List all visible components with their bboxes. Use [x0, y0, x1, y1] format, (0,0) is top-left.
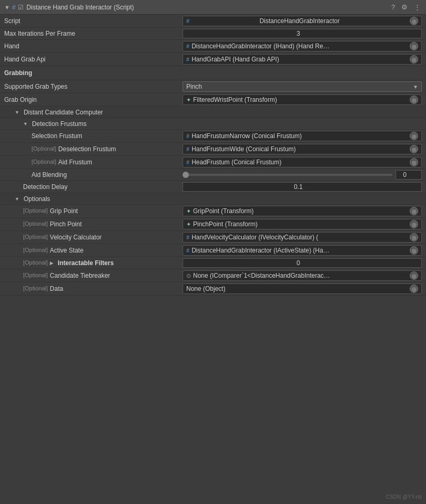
- pinch-point-value-col: ✦ PinchPoint (Transform) ◎: [183, 219, 422, 229]
- candidate-tiebreaker-circle-btn[interactable]: ◎: [410, 271, 418, 280]
- selection-frustum-ref-icon: #: [186, 133, 189, 139]
- supported-grab-types-row: Supported Grab Types Pinch ▼: [0, 80, 426, 93]
- candidate-tiebreaker-value-box[interactable]: ⊙ None (IComparer`1<DistanceHandGrabInte…: [183, 270, 422, 281]
- aid-frustum-circle-btn[interactable]: ◎: [410, 158, 418, 166]
- pinch-point-circle-btn[interactable]: ◎: [410, 220, 418, 228]
- candidate-tiebreaker-label: [Optional] Candidate Tiebreaker: [4, 272, 183, 279]
- deselection-frustum-label: [Optional] Deselection Frustum: [4, 145, 183, 153]
- aid-blending-label: Aid Blending: [4, 171, 183, 178]
- hand-grab-api-label: Hand Grab Api: [4, 56, 183, 63]
- deselection-frustum-value-col: # HandFrustumWide (Conical Frustum) ◎: [183, 144, 422, 154]
- aid-blending-slider[interactable]: [183, 174, 392, 176]
- active-state-row: [Optional] Active State # DistanceHandGr…: [0, 244, 426, 257]
- detection-frustums-triangle[interactable]: ▼: [23, 121, 28, 127]
- optionals-section-row: ▼ Optionals: [0, 193, 426, 205]
- hand-row: Hand # DistanceHandGrabInteractor (IHand…: [0, 40, 426, 53]
- supported-grab-types-label: Supported Grab Types: [4, 83, 183, 90]
- aid-blending-slider-container: [183, 170, 422, 180]
- optional-data-text: [Optional]: [23, 285, 48, 292]
- hand-grab-api-value-col: # HandGrabAPI (Hand Grab API) ◎: [183, 54, 422, 65]
- grab-origin-value-col: ✦ FilteredWristPoint (Transform) ◎: [183, 94, 422, 105]
- interactable-filters-input[interactable]: [183, 258, 422, 268]
- detection-delay-row: Detection Delay: [0, 181, 426, 193]
- hand-value-box[interactable]: # DistanceHandGrabInteractor (IHand) (Ha…: [183, 41, 422, 51]
- data-label: [Optional] Data: [4, 285, 183, 292]
- deselection-frustum-row: [Optional] Deselection Frustum # HandFru…: [0, 143, 426, 156]
- selection-frustum-value-box[interactable]: # HandFrustumNarrow (Conical Frustum) ◎: [183, 131, 422, 141]
- active-state-label: [Optional] Active State: [4, 247, 183, 254]
- hand-circle-btn[interactable]: ◎: [410, 42, 418, 50]
- hash-icon: #: [12, 4, 16, 11]
- velocity-calculator-label: [Optional] Velocity Calculator: [4, 234, 183, 241]
- interactable-filters-value-col: [183, 258, 422, 268]
- detection-delay-value-col: [183, 182, 422, 192]
- distant-candidate-triangle[interactable]: ▼: [15, 110, 19, 115]
- selection-frustum-circle-btn[interactable]: ◎: [410, 132, 418, 140]
- aid-blending-input[interactable]: [396, 170, 422, 180]
- grab-origin-value-box[interactable]: ✦ FilteredWristPoint (Transform) ◎: [183, 94, 422, 105]
- active-state-value-box[interactable]: # DistanceHandGrabInteractor (IActiveSta…: [183, 245, 422, 256]
- grabbing-section-header: Grabbing: [0, 66, 426, 80]
- optional-deselection-text: [Optional]: [31, 145, 56, 152]
- grab-origin-row: Grab Origin ✦ FilteredWristPoint (Transf…: [0, 93, 426, 107]
- collapse-icon[interactable]: ▼: [4, 4, 10, 10]
- max-iterations-input[interactable]: [183, 29, 422, 38]
- velocity-calculator-value-box[interactable]: # HandVelocityCalculator (IVelocityCalcu…: [183, 232, 422, 243]
- pinch-point-value-box[interactable]: ✦ PinchPoint (Transform) ◎: [183, 219, 422, 229]
- optionals-triangle[interactable]: ▼: [15, 196, 19, 202]
- data-circle-btn[interactable]: ◎: [410, 285, 418, 293]
- grip-point-transform-icon: ✦: [186, 208, 191, 215]
- active-state-value-col: # DistanceHandGrabInteractor (IActiveSta…: [183, 245, 422, 256]
- script-value-box[interactable]: # DistanceHandGrabInteractor ◎: [183, 16, 422, 26]
- aid-frustum-label: [Optional] Aid Frustum: [4, 159, 183, 166]
- deselection-frustum-circle-btn[interactable]: ◎: [410, 145, 418, 153]
- hand-ref-icon: #: [186, 43, 189, 49]
- aid-blending-row: Aid Blending: [0, 169, 426, 181]
- grip-point-label: [Optional] Grip Point: [4, 207, 183, 215]
- grabbing-label: Grabbing: [4, 69, 183, 77]
- aid-frustum-ref-icon: #: [186, 159, 189, 165]
- deselection-frustum-value-box[interactable]: # HandFrustumWide (Conical Frustum) ◎: [183, 144, 422, 154]
- selection-frustum-row: Selection Frustum # HandFrustumNarrow (C…: [0, 130, 426, 143]
- optional-pinch-text: [Optional]: [23, 220, 48, 227]
- selection-frustum-value-col: # HandFrustumNarrow (Conical Frustum) ◎: [183, 131, 422, 141]
- grip-point-value-col: ✦ GripPoint (Transform) ◎: [183, 206, 422, 216]
- max-iterations-label: Max Iterations Per Frame: [4, 30, 183, 37]
- pinch-point-row: [Optional] Pinch Point ✦ PinchPoint (Tra…: [0, 218, 426, 231]
- script-row: Script # DistanceHandGrabInteractor ◎: [0, 15, 426, 28]
- grab-origin-circle-btn[interactable]: ◎: [410, 96, 418, 104]
- detection-delay-label: Detection Delay: [4, 183, 183, 191]
- help-button[interactable]: ?: [390, 3, 396, 11]
- hand-grab-api-value-box[interactable]: # HandGrabAPI (Hand Grab API) ◎: [183, 54, 422, 65]
- script-label: Script: [4, 17, 183, 25]
- hand-grab-api-ref-icon: #: [186, 56, 189, 62]
- grip-point-circle-btn[interactable]: ◎: [410, 207, 418, 215]
- aid-blending-value-col: [183, 170, 422, 180]
- grip-point-value-box[interactable]: ✦ GripPoint (Transform) ◎: [183, 206, 422, 216]
- pinch-point-label: [Optional] Pinch Point: [4, 220, 183, 228]
- settings-button[interactable]: ⚙: [400, 3, 409, 11]
- checkbox-icon[interactable]: ☑: [18, 4, 24, 11]
- grip-point-row: [Optional] Grip Point ✦ GripPoint (Trans…: [0, 205, 426, 218]
- data-value-col: None (Object) ◎: [183, 284, 422, 294]
- active-state-circle-btn[interactable]: ◎: [410, 246, 418, 255]
- supported-grab-types-dropdown[interactable]: Pinch ▼: [183, 81, 422, 92]
- dropdown-arrow-icon: ▼: [413, 84, 418, 90]
- optional-filters-text: [Optional]: [23, 259, 48, 266]
- optional-active-text: [Optional]: [23, 247, 48, 254]
- distant-candidate-label: ▼ Distant Candidate Computer: [4, 109, 183, 116]
- candidate-tiebreaker-value-col: ⊙ None (IComparer`1<DistanceHandGrabInte…: [183, 270, 422, 281]
- aid-frustum-value-box[interactable]: # HeadFrustum (Conical Frustum) ◎: [183, 157, 422, 167]
- data-value-box[interactable]: None (Object) ◎: [183, 284, 422, 294]
- script-value-col: # DistanceHandGrabInteractor ◎: [183, 16, 422, 26]
- velocity-calculator-ref-icon: #: [186, 234, 189, 240]
- candidate-tiebreaker-row: [Optional] Candidate Tiebreaker ⊙ None (…: [0, 269, 426, 282]
- velocity-calculator-value-col: # HandVelocityCalculator (IVelocityCalcu…: [183, 232, 422, 243]
- velocity-calculator-circle-btn[interactable]: ◎: [410, 233, 418, 242]
- menu-button[interactable]: ⋮: [413, 3, 422, 11]
- hand-grab-api-circle-btn[interactable]: ◎: [410, 55, 418, 64]
- script-circle-btn[interactable]: ◎: [410, 17, 418, 25]
- aid-frustum-value-col: # HeadFrustum (Conical Frustum) ◎: [183, 157, 422, 167]
- interactable-filters-triangle[interactable]: ▶: [50, 260, 54, 266]
- detection-delay-input[interactable]: [183, 182, 422, 192]
